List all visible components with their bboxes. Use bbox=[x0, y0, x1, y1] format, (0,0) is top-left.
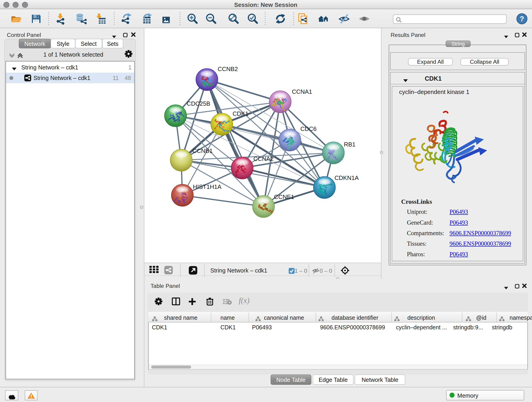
svg-text:CDKN1A: CDKN1A bbox=[335, 174, 359, 181]
svg-text:CCNA2: CCNA2 bbox=[253, 155, 273, 162]
svg-text:?: ? bbox=[520, 15, 524, 23]
svg-text:CCNB2: CCNB2 bbox=[218, 65, 238, 72]
svg-text:RB1: RB1 bbox=[344, 141, 355, 148]
svg-text:CDC25B: CDC25B bbox=[187, 100, 210, 107]
svg-text:HIST1H1A: HIST1H1A bbox=[193, 183, 222, 190]
svg-text:CDC6: CDC6 bbox=[300, 125, 317, 132]
svg-text:CDK1: CDK1 bbox=[233, 110, 248, 117]
svg-text:CCNB1: CCNB1 bbox=[192, 147, 213, 154]
svg-text:CCNE1: CCNE1 bbox=[274, 193, 294, 200]
svg-text:CCNA1: CCNA1 bbox=[292, 88, 312, 95]
